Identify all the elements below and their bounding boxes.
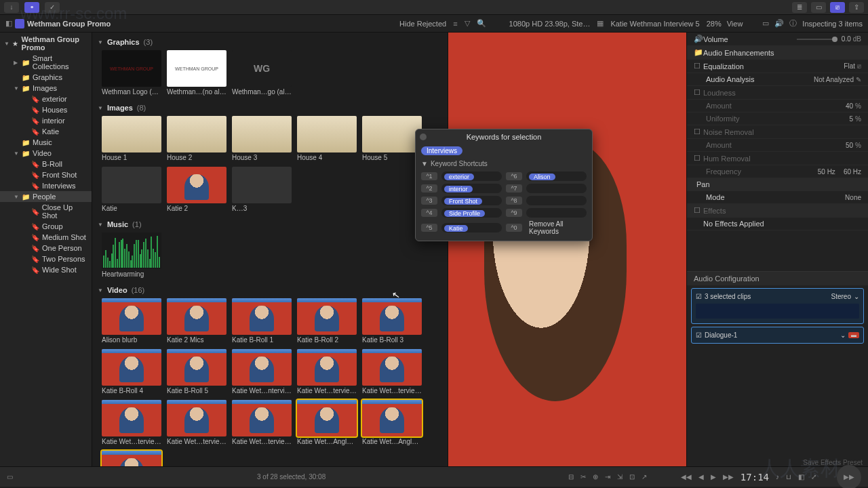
waveform-area[interactable] <box>696 304 859 319</box>
sidebar-item-graphics[interactable]: 📁Graphics <box>0 72 92 83</box>
skim-back-icon[interactable]: ◀◀ <box>681 473 692 481</box>
clip-thumbnail-image[interactable] <box>167 349 226 386</box>
disclosure-icon[interactable]: ▼ <box>4 41 9 47</box>
shortcut-slot[interactable]: exterior <box>441 171 502 181</box>
clip-appearance-icon[interactable]: ≡ <box>453 20 457 28</box>
clip-thumb[interactable]: Katie Wet…terview 3 <box>362 349 422 394</box>
volume-value[interactable]: 0.0 <box>842 35 851 43</box>
clip-stack-icon[interactable]: ▦ <box>597 19 604 28</box>
sidebar-item-houses[interactable]: 🔖Houses <box>0 104 92 115</box>
sidebar-item-exterior[interactable]: 🔖exterior <box>0 94 92 104</box>
clip-thumbnail-image[interactable] <box>232 116 292 152</box>
play-icon[interactable]: ▶ <box>711 473 716 481</box>
clip-thumbnail-image[interactable] <box>297 116 357 152</box>
disclosure-icon[interactable]: ▼ <box>14 150 19 157</box>
shortcut-slot[interactable]: Front Shot <box>441 196 502 205</box>
noise-removal-row[interactable]: ☐ Noise Removal <box>687 125 868 139</box>
shortcut-slot[interactable] <box>526 208 587 218</box>
clip-thumb[interactable]: Katie Wet…Angle B 1 <box>297 400 357 445</box>
audio-config-box[interactable]: ☑ 3 selected clips Stereo ⌄ <box>691 288 864 324</box>
clip-thumbnail-image[interactable]: WETHMAN GROUP <box>102 50 161 87</box>
keyword-chip[interactable]: interior <box>444 186 473 192</box>
sidebar-item-b-roll[interactable]: 🔖B-Roll <box>0 159 92 169</box>
sidebar-item-katie[interactable]: 🔖Katie <box>0 126 92 137</box>
equalization-row[interactable]: ☐ Equalization Flat ⎚ <box>687 60 868 73</box>
clip-thumb[interactable]: K…3 <box>232 167 292 212</box>
filmstrip-view-button[interactable]: ▭ <box>811 2 826 13</box>
clip-thumbnail-image[interactable] <box>232 349 292 386</box>
clip-thumb[interactable]: House 5 <box>362 116 422 161</box>
disclosure-icon[interactable]: ▼ <box>98 39 103 45</box>
category-music[interactable]: ▼Music (1) <box>98 218 442 231</box>
clip-thumb[interactable]: WETHMAN GROUPWethman…(no alpha) <box>167 50 226 96</box>
shortcut-slot[interactable]: interior <box>441 184 502 193</box>
filter-icon[interactable]: ▽ <box>465 19 470 28</box>
volume-row[interactable]: 🔊 Volume 0.0 dB <box>687 33 868 46</box>
keyword-chip[interactable]: Katie <box>444 225 468 232</box>
video-inspector-icon[interactable]: ▭ <box>760 18 771 29</box>
clip-thumbnail-image[interactable] <box>362 298 422 335</box>
sidebar-item-one-person[interactable]: 🔖One Person <box>0 243 92 253</box>
clip-thumb[interactable]: House 2 <box>167 116 226 161</box>
shortcut-slot[interactable]: Side Profile <box>441 208 502 218</box>
clip-thumb[interactable]: Katie Wet…Angle B 2 <box>362 400 422 445</box>
sidebar-item-people[interactable]: ▼📁People <box>0 191 92 202</box>
dialogue-checkbox[interactable]: ☑ <box>696 331 702 339</box>
prev-edit-icon[interactable]: ◀ <box>698 473 704 481</box>
sidebar-item-smart-collections[interactable]: ▶📁Smart Collections <box>0 53 92 72</box>
clip-thumb[interactable]: House 1 <box>102 116 161 161</box>
clip-thumbnail-image[interactable] <box>167 400 226 436</box>
shortcut-slot[interactable]: Katie <box>441 223 502 232</box>
clip-thumbnail-image[interactable] <box>362 400 422 436</box>
eq-checkbox[interactable]: ☐ <box>694 62 703 70</box>
sidebar-item-wethman-group-promo[interactable]: ▼★Wethman Group Promo <box>0 34 92 53</box>
import-button[interactable]: ↓ <box>4 2 19 13</box>
clip-thumbnail-image[interactable]: WETHMAN GROUP <box>167 50 226 87</box>
clip-thumbnail-image[interactable] <box>102 167 161 203</box>
clip-thumbnail-image[interactable] <box>102 116 161 152</box>
disclosure-icon[interactable]: ▼ <box>421 160 428 167</box>
clip-browser[interactable]: ▼Graphics (3)WETHMAN GROUPWethman Logo (… <box>92 33 448 466</box>
snap-icon[interactable]: ⊔ <box>786 473 791 481</box>
solo-icon[interactable]: ◧ <box>798 473 804 481</box>
disclosure-icon[interactable]: ▼ <box>14 194 19 200</box>
arrow-tool-icon[interactable]: ↗ <box>642 473 647 481</box>
clip-thumbnail-image[interactable] <box>297 349 357 386</box>
clip-thumbnail-image[interactable] <box>297 400 357 436</box>
clip-thumb[interactable]: Alison blurb <box>102 298 161 344</box>
sidebar-item-medium-shot[interactable]: 🔖Medium Shot <box>0 232 92 243</box>
clip-thumbnail-image[interactable] <box>232 298 292 335</box>
clip-thumb[interactable]: WGWethman…go (alpha) <box>232 50 292 96</box>
hide-rejected-menu[interactable]: Hide Rejected <box>399 20 446 28</box>
clip-thumbnail-image[interactable] <box>232 400 292 436</box>
hum-removal-row[interactable]: ☐ Hum Removal <box>687 152 868 165</box>
library-sidebar[interactable]: ▼★Wethman Group Promo▶📁Smart Collections… <box>0 33 92 466</box>
current-keyword-tag[interactable]: Interviews <box>421 146 462 155</box>
close-icon[interactable] <box>420 134 427 140</box>
clip-thumb[interactable]: WETHMAN GROUPWethman Logo (alpha) <box>102 50 161 96</box>
info-inspector-icon[interactable]: ⓘ <box>787 18 798 29</box>
clip-thumb[interactable]: Katie B-Roll 1 <box>232 298 292 344</box>
clip-thumbnail-image[interactable] <box>102 349 161 386</box>
clip-thumb[interactable]: Katie B-Roll 4 <box>102 349 161 394</box>
fullscreen-icon[interactable]: ⤢ <box>811 473 816 481</box>
clip-thumb[interactable]: Katie 2 Mics <box>167 298 226 344</box>
effects-checkbox[interactable]: ☐ <box>694 206 703 215</box>
list-view-button[interactable]: ≣ <box>792 2 807 13</box>
category-video[interactable]: ▼Video (16) <box>98 283 442 297</box>
loudness-row[interactable]: ☐ Loudness <box>687 86 868 100</box>
clip-thumb[interactable]: Katie B-Roll 5 <box>167 349 226 394</box>
clip-thumb[interactable]: Katie Wet…Angle B 3 <box>102 451 161 466</box>
clip-thumbnail-image[interactable] <box>362 349 422 386</box>
analyze-icon[interactable]: ✎ <box>856 76 861 83</box>
bg-tasks-button[interactable]: ✓ <box>45 2 60 13</box>
clip-thumbnail-image[interactable] <box>297 298 357 335</box>
volume-slider[interactable] <box>797 39 837 40</box>
clip-thumbnail-image[interactable] <box>102 451 161 466</box>
sidebar-item-two-persons[interactable]: 🔖Two Persons <box>0 253 92 264</box>
stereo-dropdown[interactable]: Stereo <box>831 293 851 300</box>
category-images[interactable]: ▼Images (8) <box>98 101 442 115</box>
clip-thumbnail-image[interactable] <box>167 298 226 335</box>
clip-thumb[interactable]: Katie Wet…terview 5 <box>167 400 226 445</box>
clip-thumbnail-image[interactable] <box>102 298 161 335</box>
